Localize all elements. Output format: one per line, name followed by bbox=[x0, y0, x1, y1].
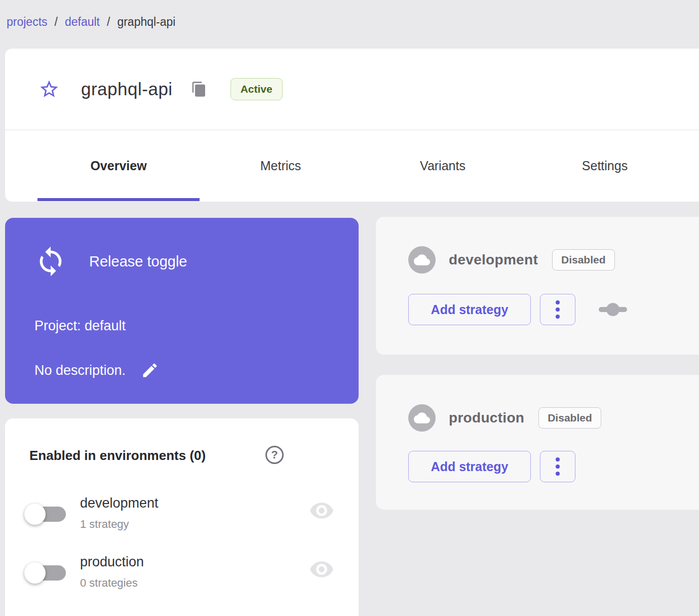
slider-knob bbox=[606, 303, 619, 316]
production-toggle-switch[interactable] bbox=[23, 557, 74, 588]
environment-card-header: production Disabled bbox=[408, 404, 601, 432]
visibility-eye-icon[interactable] bbox=[309, 503, 334, 521]
tab-settings-label: Settings bbox=[582, 159, 628, 173]
status-badge: Active bbox=[230, 78, 283, 100]
tab-settings[interactable]: Settings bbox=[524, 130, 686, 201]
kebab-menu-button[interactable] bbox=[540, 294, 575, 325]
enabled-environments-title: Enabled in environments (0) bbox=[29, 448, 206, 464]
environment-name: production bbox=[80, 554, 144, 570]
environment-card-development: development Disabled Add strategy bbox=[376, 217, 699, 355]
environment-card-actions: Add strategy bbox=[408, 294, 628, 325]
cloud-icon bbox=[408, 404, 436, 432]
add-strategy-button[interactable]: Add strategy bbox=[408, 451, 531, 482]
feature-header-card: graphql-api Active Overview Metrics Vari… bbox=[5, 49, 699, 202]
breadcrumb: projects / default / graphql-api bbox=[7, 15, 175, 29]
breadcrumb-separator: / bbox=[107, 15, 110, 29]
development-toggle-switch[interactable] bbox=[23, 498, 74, 529]
favorite-star-icon[interactable] bbox=[38, 79, 60, 100]
copy-icon[interactable] bbox=[191, 81, 207, 97]
toggle-thumb bbox=[24, 504, 46, 525]
tab-metrics-label: Metrics bbox=[260, 159, 301, 173]
feature-tabs: Overview Metrics Variants Settings bbox=[5, 130, 699, 201]
environment-row-production: production 0 strategies bbox=[23, 550, 347, 603]
environment-card-name: production bbox=[449, 410, 524, 426]
description-row: No description. bbox=[34, 361, 159, 379]
environment-strategy-count: 0 strategies bbox=[80, 576, 138, 590]
breadcrumb-projects-link[interactable]: projects bbox=[7, 15, 48, 29]
tab-variants[interactable]: Variants bbox=[362, 130, 524, 201]
page-title: graphql-api bbox=[81, 79, 173, 99]
add-strategy-button[interactable]: Add strategy bbox=[408, 294, 531, 325]
edit-pencil-icon[interactable] bbox=[141, 361, 159, 379]
tab-variants-label: Variants bbox=[420, 159, 465, 173]
cloud-icon bbox=[408, 246, 436, 274]
feature-title-row: graphql-api Active bbox=[5, 49, 699, 130]
toggle-thumb bbox=[24, 562, 46, 584]
project-label: Project: default bbox=[34, 318, 126, 334]
feature-overview-card: Release toggle Project: default No descr… bbox=[5, 218, 359, 404]
tab-overview[interactable]: Overview bbox=[37, 130, 200, 201]
environment-card-name: development bbox=[449, 252, 538, 268]
enabled-environments-panel: Enabled in environments (0) ? developmen… bbox=[5, 418, 359, 616]
environment-status-badge: Disabled bbox=[552, 249, 615, 271]
environment-status-badge: Disabled bbox=[538, 407, 601, 429]
toggle-type-label: Release toggle bbox=[89, 253, 187, 270]
toggle-type-row: Release toggle bbox=[34, 245, 187, 278]
breadcrumb-current-feature: graphql-api bbox=[117, 15, 175, 29]
tab-overview-label: Overview bbox=[90, 159, 146, 173]
environment-name: development bbox=[80, 495, 159, 511]
description-label: No description. bbox=[34, 363, 126, 378]
tab-metrics[interactable]: Metrics bbox=[200, 130, 362, 201]
active-tab-underline bbox=[37, 198, 200, 201]
rollout-slider-icon[interactable] bbox=[598, 294, 628, 325]
environment-strategy-count: 1 strategy bbox=[80, 518, 129, 531]
breadcrumb-project-link[interactable]: default bbox=[65, 15, 100, 29]
visibility-eye-icon[interactable] bbox=[309, 561, 334, 580]
environment-card-actions: Add strategy bbox=[408, 451, 575, 482]
release-toggle-sync-icon bbox=[34, 245, 67, 278]
environment-card-header: development Disabled bbox=[408, 246, 615, 274]
help-icon[interactable]: ? bbox=[265, 446, 284, 464]
environment-row-development: development 1 strategy bbox=[23, 491, 347, 544]
breadcrumb-separator: / bbox=[55, 15, 58, 29]
kebab-menu-button[interactable] bbox=[540, 451, 575, 482]
environment-card-production: production Disabled Add strategy bbox=[376, 375, 699, 510]
